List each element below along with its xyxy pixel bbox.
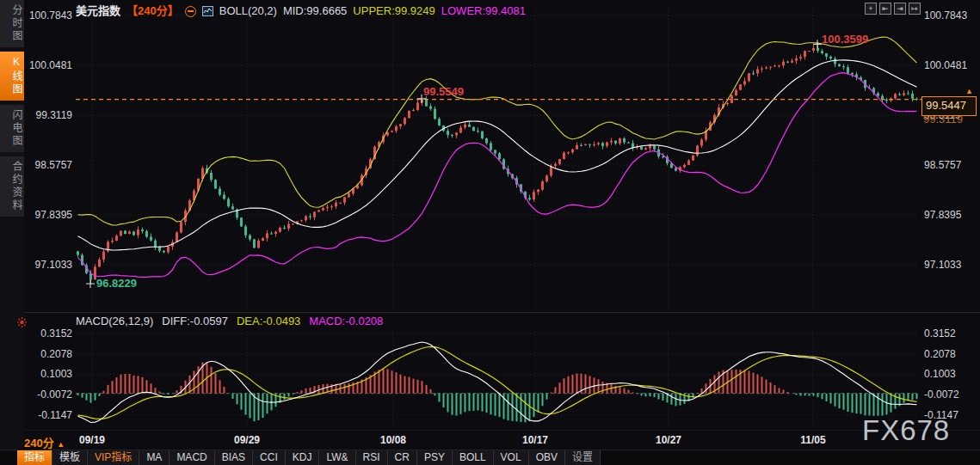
boll-lower-value: LOWER:99.4081 [441,4,526,18]
toolbar-item-指标[interactable]: 指标 [17,450,52,465]
toolbar-item-CR[interactable]: CR [388,450,417,465]
macd-axis-label-right: 0.1003 [924,368,979,380]
boll-upper-value: UPPER:99.9249 [353,4,435,18]
sidebar-item-tab[interactable]: 合约资料 [0,156,24,217]
sidebar: 分时图K线图闪电图合约资料 [0,0,24,450]
date-label: 09/19 [73,434,111,446]
current-price-tag: 99.5447 [921,96,977,116]
pan-tool-button[interactable]: + [865,3,877,15]
toolbar-item-设置[interactable]: 设置 [565,450,601,465]
candlestick-chart[interactable] [0,0,980,465]
toolbar-item-模板[interactable]: 模板 [52,450,88,465]
date-label: 10/17 [516,434,554,446]
macd-header: MACD(26,12,9) DIFF:-0.0597 DEA:-0.0493 M… [76,315,383,327]
chevron-up-icon: ▲ [57,440,65,449]
y-axis-label-right: 100.0481 [924,59,979,71]
time-axis: 240分 ▲ 09/1909/2910/0810/1710/2711/05 [0,431,980,450]
y-axis-label-left: 99.3119 [21,109,72,121]
macd-axis-label-right: 0.3152 [924,327,979,340]
toolbar-item-VIP指标[interactable]: VIP指标 [88,450,139,465]
period-badge[interactable]: 【240分】 [126,4,179,18]
boll-mid-value: MID:99.6665 [283,4,347,18]
y-axis-label-left: 98.5757 [21,159,72,171]
price-annotation: 100.3599 [822,33,868,46]
y-axis-label-left: 100.0481 [21,59,72,71]
sidebar-item-tab[interactable]: 闪电图 [0,105,24,152]
zoom-out-button[interactable]: ⇤ [879,3,891,15]
watermark: FX678 [862,414,950,447]
macd-axis-label-right: -0.0072 [924,389,979,401]
y-axis-label-left: 97.1033 [21,259,72,271]
macd-axis-label-left: 0.1003 [21,368,72,380]
macd-params-label: MACD(26,12,9) [76,315,153,327]
toolbar-item-CCI[interactable]: CCI [253,450,286,465]
panel-divider [0,312,980,313]
date-label: 10/27 [650,434,687,446]
price-annotation: 96.8229 [96,277,137,290]
toolbar-item-LW&[interactable]: LW& [319,450,355,465]
y-axis-label-left: 100.7843 [21,9,72,21]
macd-dea-value: DEA:-0.0493 [237,315,300,327]
toolbar-item-KDJ[interactable]: KDJ [286,450,320,465]
y-axis-label-right: 97.1033 [924,259,979,271]
symbol-title: 美元指数 [76,4,120,18]
mini-chart-icon[interactable] [202,6,213,16]
macd-axis-label-left: 0.2078 [21,348,72,360]
y-axis-label-right: 100.7843 [924,9,979,21]
toolbar-item-RSI[interactable]: RSI [356,450,388,465]
y-axis-label-right: 97.8395 [924,209,979,221]
toolbar-item-BOLL[interactable]: BOLL [453,450,494,465]
macd-axis-label-left: 0.3152 [21,327,72,340]
period-selector[interactable]: 240分 ▲ [24,434,65,450]
date-label: 09/29 [228,434,266,446]
trading-app-window: 分时图K线图闪电图合约资料 美元指数 【240分】 BOLL(20,2) MID… [0,0,980,465]
price-annotation: 99.5549 [423,85,464,98]
toolbar-item-OBV[interactable]: OBV [529,450,565,465]
sidebar-item-kline-active[interactable]: K线图 [0,52,24,101]
y-axis-label-right: 98.5757 [924,159,979,171]
date-label: 11/05 [794,434,832,446]
period-selector-label: 240分 [24,437,54,450]
boll-indicator-label: BOLL(20,2) [219,4,277,18]
toolbar-spacer [0,450,17,465]
toolbar-item-MA[interactable]: MA [139,450,169,465]
toolbar-item-VOL[interactable]: VOL [494,450,529,465]
indicator-toolbar: 指标模板VIP指标MAMACDBIASCCIKDJLW&RSICRPSYBOLL… [0,450,980,465]
chart-header: 美元指数 【240分】 BOLL(20,2) MID:99.6665 UPPER… [76,4,526,18]
macd-macd-value: MACD:-0.0208 [309,315,383,327]
chart-nav-buttons: +⇤⇥↦ [865,3,921,15]
macd-diff-value: DIFF:-0.0597 [162,315,228,327]
macd-axis-label-left: -0.0072 [21,389,72,401]
collapse-circle-icon[interactable] [185,6,196,17]
toolbar-item-PSY[interactable]: PSY [417,450,453,465]
macd-axis-label-right: 0.2078 [924,348,979,360]
toolbar-item-BIAS[interactable]: BIAS [215,450,253,465]
date-label: 10/08 [374,434,412,446]
toolbar-item-MACD[interactable]: MACD [169,450,214,465]
y-axis-label-left: 97.8395 [21,209,72,221]
scroll-up-arrow-icon[interactable]: ▲ [965,87,973,95]
sidebar-item-tab[interactable]: 分时图 [0,0,24,47]
scroll-left-button[interactable]: ⇥ [894,3,906,15]
alert-bell-icon[interactable] [16,316,28,332]
scroll-right-button[interactable]: ↦ [909,3,921,15]
macd-axis-label-left: -0.1147 [21,409,72,421]
